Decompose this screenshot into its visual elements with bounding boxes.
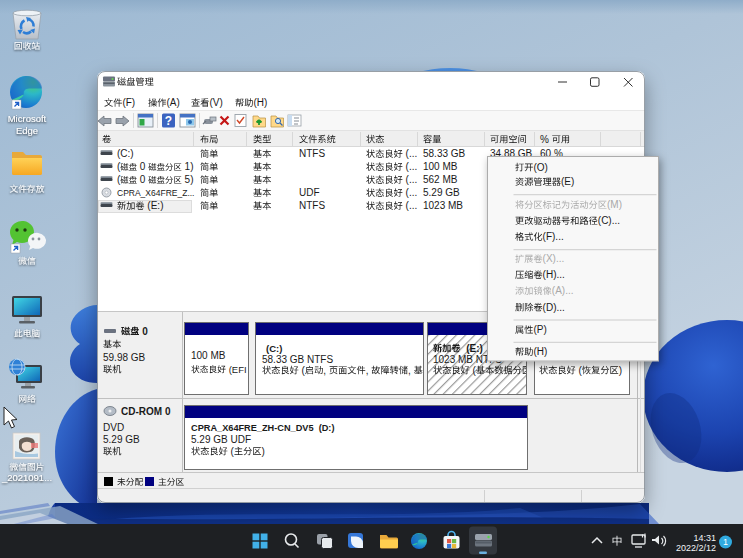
svg-text:(C:): (C:) bbox=[266, 343, 282, 354]
svg-text:(P): (P) bbox=[533, 324, 546, 335]
svg-text:(...: (... bbox=[403, 161, 417, 172]
svg-text:(: ( bbox=[470, 365, 477, 376]
svg-text:(F): (F) bbox=[122, 97, 135, 108]
svg-text:(H)...: (H)... bbox=[543, 269, 565, 280]
svg-text:5.29 GB UDF: 5.29 GB UDF bbox=[191, 434, 251, 445]
svg-text:(V): (V) bbox=[209, 97, 222, 108]
svg-text:(H): (H) bbox=[253, 97, 267, 108]
svg-text:,: , bbox=[408, 365, 414, 376]
svg-text:5.29 GB: 5.29 GB bbox=[103, 434, 140, 445]
svg-text:1: 1 bbox=[723, 537, 728, 547]
svg-text:(H): (H) bbox=[533, 346, 547, 357]
svg-text:2022/2/12: 2022/2/12 bbox=[676, 543, 716, 553]
svg-text:(F)...: (F)... bbox=[543, 231, 564, 242]
svg-text:58.33 GB: 58.33 GB bbox=[423, 148, 466, 159]
svg-text:(: ( bbox=[576, 365, 583, 376]
svg-text:(E:): (E:) bbox=[145, 200, 164, 211]
svg-text:5): 5) bbox=[182, 174, 194, 185]
svg-text:NTFS: NTFS bbox=[299, 200, 325, 211]
svg-text:?: ? bbox=[165, 114, 172, 128]
svg-text:): ) bbox=[262, 446, 265, 457]
svg-text:NTFS: NTFS bbox=[299, 148, 325, 159]
svg-text:,: , bbox=[323, 365, 329, 376]
svg-text:(X)...: (X)... bbox=[543, 253, 565, 264]
svg-text:58.33 GB NTFS: 58.33 GB NTFS bbox=[262, 354, 333, 365]
svg-text:(...: (... bbox=[403, 174, 417, 185]
svg-text:(E:): (E:) bbox=[461, 343, 483, 354]
svg-text:1023 MB: 1023 MB bbox=[423, 200, 463, 211]
svg-text:(A)...: (A)... bbox=[552, 285, 574, 296]
svg-text:59.98 GB: 59.98 GB bbox=[103, 352, 146, 363]
svg-text:1): 1) bbox=[182, 161, 194, 172]
svg-text:0: 0 bbox=[137, 161, 148, 172]
svg-text:(M): (M) bbox=[607, 199, 622, 210]
svg-text:100 MB: 100 MB bbox=[191, 350, 226, 361]
svg-text:(E): (E) bbox=[561, 176, 574, 187]
svg-text:(D)...: (D)... bbox=[543, 302, 565, 313]
svg-text:,: , bbox=[366, 365, 372, 376]
svg-text:100 MB: 100 MB bbox=[423, 161, 458, 172]
svg-text:0: 0 bbox=[139, 326, 148, 337]
svg-text:(...: (... bbox=[403, 187, 417, 198]
svg-text:(: ( bbox=[299, 365, 306, 376]
svg-text:CPRA_X64FRE_Z...: CPRA_X64FRE_Z... bbox=[117, 188, 194, 198]
svg-text:%: % bbox=[540, 134, 552, 145]
svg-text:5.29 GB: 5.29 GB bbox=[423, 187, 460, 198]
svg-text:DVD: DVD bbox=[103, 422, 124, 433]
svg-text:UDF: UDF bbox=[299, 187, 320, 198]
svg-text:562 MB: 562 MB bbox=[423, 174, 458, 185]
svg-text:0: 0 bbox=[137, 174, 148, 185]
svg-text:(...: (... bbox=[403, 200, 417, 211]
svg-text:(...: (... bbox=[403, 148, 417, 159]
svg-text:Microsoft: Microsoft bbox=[8, 113, 47, 124]
svg-text:_2021091...: _2021091... bbox=[1, 472, 52, 483]
svg-text:(O): (O) bbox=[533, 162, 547, 173]
svg-text:): ) bbox=[619, 365, 622, 376]
svg-text:Edge: Edge bbox=[16, 125, 38, 136]
svg-text:CD-ROM 0: CD-ROM 0 bbox=[121, 406, 171, 417]
svg-text:14:31: 14:31 bbox=[694, 533, 717, 543]
svg-text:(A): (A) bbox=[166, 97, 179, 108]
svg-text:CPRA_X64FRE_ZH-CN_DV5 (D:): CPRA_X64FRE_ZH-CN_DV5 (D:) bbox=[191, 423, 334, 433]
svg-text:(EFI: (EFI bbox=[226, 364, 249, 375]
svg-text:(C)...: (C)... bbox=[598, 215, 620, 226]
svg-text:(: ( bbox=[228, 446, 235, 457]
svg-text:(C:): (C:) bbox=[117, 148, 134, 159]
